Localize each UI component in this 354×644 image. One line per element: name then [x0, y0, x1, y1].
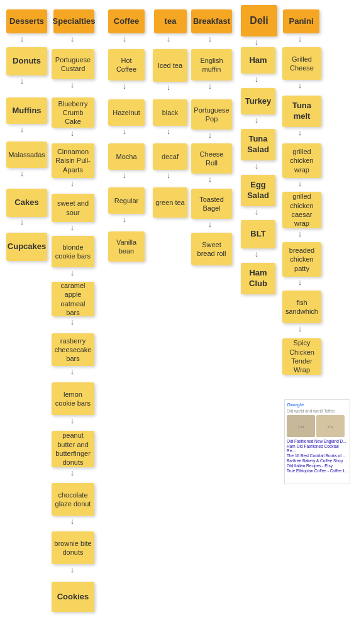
arrow-tuna_to_grilled_chicken: ↓: [295, 128, 305, 136]
node-hot_coffee: Hot Coffee: [108, 49, 145, 80]
arrow-malassadas_to_cakes: ↓: [17, 169, 27, 177]
node-english_muffin: English muffin: [191, 49, 232, 80]
arrow-muffins_to_malassadas: ↓: [17, 125, 27, 133]
node-sweet_sour: sweet and sour: [52, 194, 94, 222]
arrow-black_to_decaf: ↓: [163, 126, 174, 135]
node-grilled_cheese: Grilled Cheese: [282, 47, 321, 80]
arrow-breaded_to_fish: ↓: [295, 277, 305, 286]
node-tuna_salad: Tuna Salad: [241, 129, 275, 160]
arrow-turkey_to_tuna: ↓: [252, 115, 262, 124]
arrow-blonde_to_caramel: ↓: [67, 268, 77, 277]
flowchart: DessertsSpecialtiesCoffeeteaBreakfastDel…: [0, 0, 354, 644]
arrow-breakfast_to_english: ↓: [205, 34, 215, 43]
arrow-blt_to_ham_club: ↓: [252, 249, 262, 258]
arrow-donuts_to_muffins: ↓: [17, 76, 27, 85]
arrow-lemon_to_peanut: ↓: [67, 416, 77, 425]
node-rasberry_cheesecake: rasberry cheesecake bars: [52, 333, 94, 366]
category-deli: Deli: [241, 5, 277, 36]
arrow-specialties_to_portuguese: ↓: [67, 34, 77, 43]
arrow-coffee_to_hot: ↓: [119, 34, 130, 43]
node-spicy_chicken: Spicy Chicken Tender Wrap: [282, 338, 321, 375]
arrow-mocha_to_regular: ↓: [119, 170, 130, 179]
node-ham_club: Ham Club: [241, 263, 275, 294]
category-desserts: Desserts: [6, 9, 47, 33]
node-regular: Regular: [108, 187, 145, 214]
arrow-toasted_to_sweet: ↓: [205, 219, 215, 228]
node-grilled_chicken_caesar: grilled chicken caesar wrap: [282, 192, 321, 228]
arrow-tea_to_iced: ↓: [163, 34, 174, 43]
arrow-caramel_to_rasberry: ↓: [67, 317, 77, 326]
arrow-brownie_to_cookies: ↓: [67, 565, 77, 574]
arrow-cakes_to_cupcakes: ↓: [17, 217, 27, 226]
node-turkey: Turkey: [241, 88, 275, 114]
node-cinnamon_raisin: Cinnamon Raisin Pull-Aparts: [52, 143, 94, 178]
node-fish_sandwhich: fish sandwhich: [282, 291, 321, 323]
node-brownie_bite: brownie bite donuts: [52, 531, 94, 564]
node-blueberry_crumb: Blueberry Crumb Cake: [52, 97, 94, 128]
google-search-panel: Google Old world and world Toffee img im…: [284, 399, 350, 484]
arrow-deli_to_ham: ↓: [252, 37, 262, 46]
arrow-regular_to_vanilla: ↓: [119, 214, 130, 223]
arrow-sweet_to_blonde: ↓: [67, 223, 77, 231]
node-mocha: Mocha: [108, 143, 145, 170]
category-specialties: Specialties: [53, 9, 94, 33]
node-decaf: decaf: [153, 143, 187, 170]
node-cheese_roll: Cheese Roll: [191, 143, 232, 174]
arrow-grilled_to_tuna: ↓: [295, 80, 305, 89]
arrow-portuguese_to_cheese: ↓: [205, 130, 215, 139]
arrow-ham_to_turkey: ↓: [252, 74, 262, 83]
arrow-fish_to_spicy: ↓: [295, 324, 305, 333]
node-grilled_chicken_wrap: grilled chicken wrap: [282, 143, 321, 178]
node-blonde_cookie: blonde cookie bars: [52, 236, 94, 267]
node-toasted_bagel: Toasted Bagel: [191, 189, 232, 219]
arrow-blueberry_to_cinnamon: ↓: [67, 128, 77, 137]
node-malassadas: Malassadas: [6, 142, 47, 168]
node-cupcakes: Cupcakes: [6, 233, 47, 261]
arrow-english_to_portuguese: ↓: [205, 81, 215, 90]
node-caramel_apple: caramel apple oatmeal bars: [52, 282, 94, 316]
arrow-hazelnut_to_mocha: ↓: [119, 126, 130, 135]
node-portuguese_custard: Portuguese Custard: [52, 49, 94, 79]
arrow-peanut_to_chocolate: ↓: [67, 468, 77, 477]
node-portuguese_pop: Portuguese Pop: [191, 99, 232, 130]
arrow-decaf_to_green: ↓: [163, 170, 174, 179]
arrow-hot_to_hazelnut: ↓: [119, 81, 130, 90]
arrow-caesar_to_breaded: ↓: [295, 229, 305, 238]
arrow-chocolate_to_brownie: ↓: [67, 516, 77, 525]
category-breakfast: Breakfast: [191, 9, 232, 33]
arrow-cinnamon_to_sweet: ↓: [67, 179, 77, 187]
arrow-rasberry_to_lemon: ↓: [67, 367, 77, 375]
category-panini: Panini: [283, 9, 319, 33]
arrow-cheese_to_toasted: ↓: [205, 174, 215, 183]
arrow-grilled_chicken_to_caesar: ↓: [295, 179, 305, 187]
node-chocolate_glaze: chocolate glaze donut: [52, 483, 94, 516]
node-muffins: Muffins: [6, 97, 47, 124]
node-breaded_chicken: breaded chicken patty: [282, 242, 321, 277]
arrow-iced_to_black: ↓: [163, 82, 174, 91]
category-tea: tea: [154, 9, 187, 33]
arrow-egg_to_blt: ↓: [252, 207, 262, 216]
node-ham: Ham: [241, 47, 275, 74]
category-coffee: Coffee: [108, 9, 145, 33]
node-peanut_butter: peanut butter and butterfinger donuts: [52, 431, 94, 467]
node-iced_tea: Iced tea: [153, 49, 187, 82]
node-vanilla_bean: Vanilla bean: [108, 231, 145, 262]
node-sweet_bread: Sweet bread roll: [191, 233, 232, 265]
node-cakes: Cakes: [6, 189, 47, 217]
node-blt: BLT: [241, 220, 275, 248]
node-black: black: [153, 99, 187, 126]
node-lemon_cookie: lemon cookie bars: [52, 382, 94, 415]
arrow-tuna_to_egg: ↓: [252, 161, 262, 170]
node-hazelnut: Hazelnut: [108, 99, 145, 126]
arrow-desserts_to_donuts: ↓: [17, 34, 27, 43]
arrow-portuguese_to_blueberry: ↓: [67, 80, 77, 89]
node-egg_salad: Egg Salad: [241, 175, 275, 206]
node-cookies: Cookies: [52, 582, 94, 612]
arrow-panini_to_grilled: ↓: [295, 34, 305, 43]
node-donuts: Donuts: [6, 47, 47, 75]
node-green_tea: green tea: [153, 187, 187, 218]
node-tuna_melt: Tuna melt: [282, 96, 321, 127]
